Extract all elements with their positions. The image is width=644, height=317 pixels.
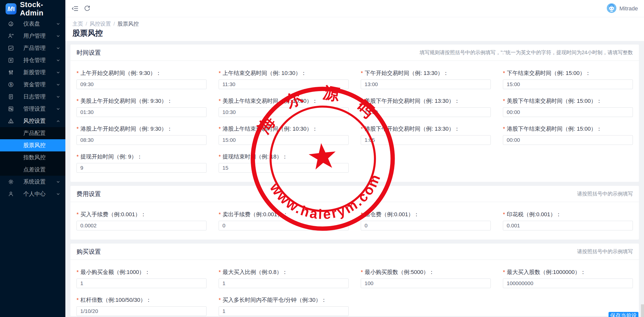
save-settings-button[interactable]: 保存当前设置 — [609, 312, 638, 317]
field-input[interactable] — [219, 306, 349, 316]
required-asterisk: * — [77, 70, 79, 76]
form-field: *美股上午开始交易时间（例: 9:30）： — [77, 98, 206, 117]
field-label: *最大买入股数（例:1000000）： — [503, 269, 633, 275]
sidebar-item[interactable]: 日志管理 — [0, 91, 65, 103]
dashboard-icon — [7, 21, 15, 27]
field-label: *美股上午开始交易时间（例: 9:30）： — [77, 98, 206, 104]
refresh-icon[interactable] — [84, 5, 90, 12]
page-title: 股票风控 — [72, 29, 637, 37]
form-field: *提现结束时间（例: 18）： — [219, 153, 349, 173]
field-input[interactable] — [219, 135, 349, 145]
field-label: *港股下午开始交易时间（例: 13:30）： — [361, 126, 491, 132]
field-input[interactable] — [361, 107, 491, 117]
field-label: *美股下午开始交易时间（例: 13:30）： — [361, 98, 491, 104]
sidebar-item[interactable]: 用户管理 — [0, 30, 65, 42]
sidebar-item[interactable]: $资金管理 — [0, 78, 65, 91]
sidebar-subitem[interactable]: 点差设置 — [0, 164, 65, 176]
field-input[interactable] — [77, 306, 206, 316]
sidebar-item-label: 风控设置 — [23, 117, 46, 125]
field-input[interactable] — [503, 279, 633, 288]
profile-icon — [7, 191, 15, 197]
form-field: *杠杆倍数（例:100/50/30）： — [77, 297, 206, 316]
sidebar-subitem[interactable]: 指数风控 — [0, 151, 65, 164]
field-row: *杠杆倍数（例:100/50/30）：*买入多长时间内不能平仓/分钟（例:30）… — [77, 297, 633, 316]
sidebar-item[interactable]: 风控设置 — [0, 115, 65, 127]
field-input[interactable] — [219, 279, 349, 288]
field-row: *美股上午开始交易时间（例: 9:30）：*美股上午结束交易时间（例: 10:3… — [77, 98, 633, 117]
field-input[interactable] — [77, 163, 206, 173]
field-input[interactable] — [77, 80, 206, 89]
form-field: *港股上午结束交易时间（例: 10:30）： — [219, 126, 349, 145]
field-label: *提现结束时间（例: 18）： — [219, 153, 349, 160]
required-asterisk: * — [361, 269, 363, 275]
section-title: 时间设置 — [77, 49, 101, 57]
field-row: *上午开始交易时间（例: 9:30）：*上午结束交易时间（例: 10:30）：*… — [77, 70, 633, 89]
required-asterisk: * — [77, 297, 79, 303]
field-label: *最大买入比例（例:0.8）： — [219, 269, 349, 275]
sidebar-item[interactable]: 仪表盘 — [0, 18, 65, 30]
svg-text:$: $ — [10, 83, 12, 86]
field-input[interactable] — [361, 221, 491, 230]
sidebar-item-label: 个人中心 — [23, 190, 46, 198]
sidebar-item[interactable]: 产品管理 — [0, 42, 65, 54]
breadcrumb-item[interactable]: 风控设置 — [90, 21, 111, 27]
form-field: *港股下午开始交易时间（例: 13:30）： — [361, 126, 491, 145]
field-input[interactable] — [503, 221, 633, 230]
section-note: 请按照括号中的示例填写 — [577, 248, 633, 255]
app-logo[interactable]: M Stock-Admin — [0, 0, 65, 18]
sidebar-item-label: 资金管理 — [23, 81, 46, 88]
sidebar-item[interactable]: 新股管理 — [0, 66, 65, 78]
logo-glyph: M — [7, 6, 13, 12]
field-label: *下午结束交易时间（例: 15:00）： — [503, 70, 633, 76]
chevron-down-icon — [56, 22, 60, 26]
sidebar-subitem[interactable]: 产品配置 — [0, 127, 65, 139]
sidebar-item[interactable]: 管理设置 — [0, 103, 65, 115]
field-input[interactable] — [77, 221, 206, 230]
field-input[interactable] — [77, 107, 206, 117]
user-menu[interactable]: Mitrade — [607, 3, 638, 14]
field-input[interactable] — [77, 279, 206, 288]
form-field: *美股下午结束交易时间（例: 15:00）： — [503, 98, 633, 117]
sidebar-item[interactable]: 持仓管理 — [0, 54, 65, 66]
required-asterisk: * — [219, 70, 221, 76]
field-input[interactable] — [219, 163, 349, 173]
field-label: *港股下午结束交易时间（例: 15:00）： — [503, 126, 633, 132]
form-field: *卖出手续费（例:0.001）： — [219, 211, 349, 230]
field-label: *美股上午结束交易时间（例: 10:30）： — [219, 98, 349, 104]
field-input[interactable] — [503, 107, 633, 117]
scrollbar-thumb[interactable] — [641, 304, 644, 317]
sidebar-item[interactable]: 系统设置 — [0, 176, 65, 188]
chevron-down-icon — [56, 192, 60, 196]
page: M Stock-Admin 仪表盘用户管理产品管理持仓管理新股管理$资金管理日志… — [0, 0, 644, 317]
field-label: *港股上午结束交易时间（例: 10:30）： — [219, 126, 349, 132]
field-input[interactable] — [503, 80, 633, 89]
products-icon — [7, 45, 15, 51]
sidebar-item[interactable]: 个人中心 — [0, 188, 65, 200]
field-label: *买入手续费（例:0.001）： — [77, 211, 206, 218]
chevron-down-icon — [56, 70, 60, 75]
required-asterisk: * — [503, 126, 505, 132]
sidebar-subitem[interactable]: 股票风控 — [0, 139, 65, 151]
section-title: 费用设置 — [77, 190, 101, 198]
field-input[interactable] — [361, 135, 491, 145]
field-label: *印花税（例:0.001）： — [503, 211, 633, 218]
admin-settings-icon — [7, 106, 15, 112]
required-asterisk: * — [219, 98, 221, 104]
form-field: *港股上午开始交易时间（例: 9:30）： — [77, 126, 206, 145]
required-asterisk: * — [361, 70, 363, 76]
sidebar-submenu: 产品配置股票风控指数风控点差设置 — [0, 127, 65, 176]
chevron-down-icon — [56, 46, 60, 50]
field-input[interactable] — [219, 80, 349, 89]
field-input[interactable] — [361, 80, 491, 89]
form-field: *买入手续费（例:0.001）： — [77, 211, 206, 230]
user-name: Mitrade — [619, 5, 638, 12]
field-input[interactable] — [77, 135, 206, 145]
form-field: *留仓费（例:0.001）： — [361, 211, 491, 230]
collapse-sidebar-icon[interactable] — [71, 5, 79, 12]
required-asterisk: * — [361, 126, 363, 132]
field-input[interactable] — [361, 279, 491, 288]
field-input[interactable] — [219, 107, 349, 117]
breadcrumb-item[interactable]: 主页 — [72, 21, 83, 27]
field-input[interactable] — [219, 221, 349, 230]
field-input[interactable] — [503, 135, 633, 145]
